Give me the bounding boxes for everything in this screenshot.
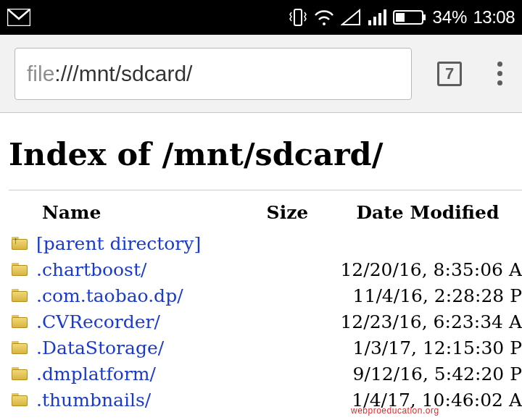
battery-icon xyxy=(393,9,426,26)
file-link[interactable]: .thumbnails/ xyxy=(36,390,151,411)
file-size-cell xyxy=(240,387,334,413)
folder-icon xyxy=(9,282,30,308)
file-link[interactable]: [parent directory] xyxy=(36,233,201,254)
col-header-date: Date Modified xyxy=(334,199,522,230)
file-link[interactable]: .chartboost/ xyxy=(36,259,146,280)
file-date-cell: 11/4/16, 2:28:28 P xyxy=(334,282,522,308)
folder-icon xyxy=(9,361,30,387)
overflow-menu-button[interactable] xyxy=(487,56,512,91)
table-row: .dmplatform/9/12/16, 5:42:20 P xyxy=(9,361,522,387)
file-size-cell xyxy=(240,361,334,387)
gmail-icon xyxy=(7,9,30,26)
watermark: webproeducation.org xyxy=(351,406,439,416)
file-date-cell: 12/20/16, 8:35:06 A xyxy=(334,256,522,282)
file-size-cell xyxy=(240,230,334,256)
file-name-cell: .CVRecorder/ xyxy=(30,308,240,335)
file-name-cell: .chartboost/ xyxy=(30,256,240,282)
cell-signal-icon xyxy=(367,9,387,26)
file-size-cell xyxy=(240,308,334,335)
svg-rect-4 xyxy=(378,13,381,25)
file-size-cell xyxy=(240,282,334,308)
file-link[interactable]: .CVRecorder/ xyxy=(36,311,160,332)
battery-percent: 34% xyxy=(432,7,467,28)
divider xyxy=(9,190,522,190)
file-link[interactable]: .dmplatform/ xyxy=(36,364,156,385)
tab-count: 7 xyxy=(437,62,462,86)
tabs-button[interactable]: 7 xyxy=(432,56,467,91)
file-date-cell: 12/23/16, 6:23:34 A xyxy=(334,308,522,335)
svg-rect-2 xyxy=(368,20,371,25)
file-date-cell: 9/12/16, 5:42:20 P xyxy=(334,361,522,387)
page-content: Index of /mnt/sdcard/ Name Size Date Mod… xyxy=(0,113,522,413)
table-row: .CVRecorder/12/23/16, 6:23:34 A xyxy=(9,308,522,335)
url-scheme: file xyxy=(27,62,54,86)
url-input[interactable]: file:///mnt/sdcard/ xyxy=(14,48,412,100)
file-date-cell: 1/3/17, 12:15:30 P xyxy=(334,335,522,361)
wifi-icon xyxy=(313,9,335,26)
file-link[interactable]: .com.taobao.dp/ xyxy=(36,285,183,306)
folder-icon xyxy=(9,256,30,282)
table-row: .DataStorage/1/3/17, 12:15:30 P xyxy=(9,335,522,361)
cell-signal-empty-icon xyxy=(341,9,361,26)
svg-rect-8 xyxy=(396,13,405,22)
svg-rect-5 xyxy=(384,9,386,25)
table-row: .chartboost/12/20/16, 8:35:06 A xyxy=(9,256,522,282)
browser-toolbar: file:///mnt/sdcard/ 7 xyxy=(0,35,522,113)
dots-icon xyxy=(497,62,502,67)
clock: 13:08 xyxy=(473,7,515,28)
status-bar: 34% 13:08 xyxy=(0,0,522,35)
file-date-cell xyxy=(334,230,522,256)
svg-rect-3 xyxy=(373,17,376,25)
table-row: .com.taobao.dp/11/4/16, 2:28:28 P xyxy=(9,282,522,308)
folder-icon xyxy=(9,308,30,335)
file-name-cell: .dmplatform/ xyxy=(30,361,240,387)
file-name-cell: .com.taobao.dp/ xyxy=(30,282,240,308)
svg-rect-7 xyxy=(423,14,426,20)
folder-icon xyxy=(9,335,30,361)
file-link[interactable]: .DataStorage/ xyxy=(36,337,164,358)
table-row: .thumbnails/1/4/17, 10:46:02 A xyxy=(9,387,522,413)
table-row: ↑[parent directory] xyxy=(9,230,522,256)
svg-rect-1 xyxy=(294,9,302,25)
vibrate-icon xyxy=(289,7,307,28)
col-header-name: Name xyxy=(9,199,240,230)
url-path: :///mnt/sdcard/ xyxy=(54,62,192,86)
file-name-cell: .DataStorage/ xyxy=(30,335,240,361)
parent-folder-icon: ↑ xyxy=(9,230,30,256)
page-title: Index of /mnt/sdcard/ xyxy=(9,136,522,172)
file-size-cell xyxy=(240,256,334,282)
file-name-cell: .thumbnails/ xyxy=(30,387,240,413)
file-name-cell: [parent directory] xyxy=(30,230,240,256)
folder-icon xyxy=(9,387,30,413)
file-size-cell xyxy=(240,335,334,361)
col-header-size: Size xyxy=(240,199,334,230)
file-listing-table: Name Size Date Modified ↑[parent directo… xyxy=(9,199,522,413)
